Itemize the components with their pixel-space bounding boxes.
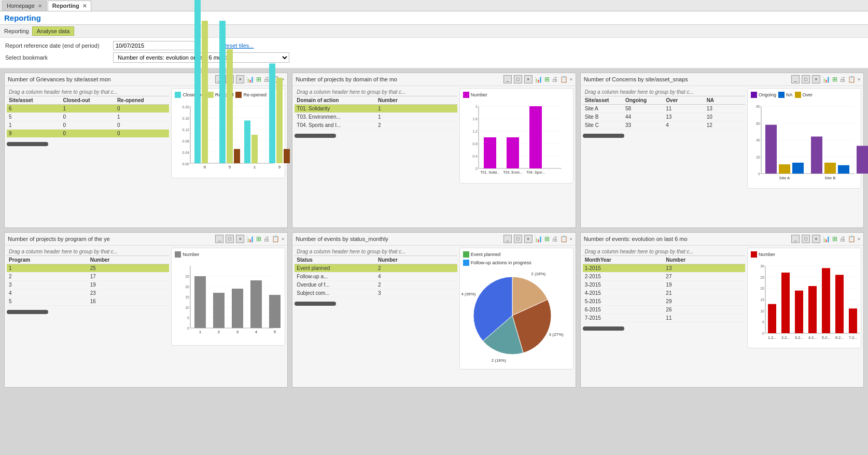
tile-icon-excel[interactable]: ⊞	[544, 235, 550, 243]
tab-homepage[interactable]: Homepage ✕	[2, 1, 47, 11]
tile-icon-chart[interactable]: 📊	[535, 235, 542, 243]
tile-icon-chart[interactable]: 📊	[246, 235, 254, 243]
tile-icon-excel[interactable]: ⊞	[544, 76, 550, 83]
tile-expand-btn[interactable]: »	[282, 236, 284, 241]
tile-icon-print[interactable]: 🖨	[552, 76, 558, 83]
tile-restore-btn[interactable]: □	[226, 235, 234, 243]
svg-text:7-2...: 7-2...	[849, 336, 857, 339]
svg-rect-63	[779, 164, 790, 174]
legend-color-box	[751, 251, 757, 258]
tile-close-btn[interactable]: ×	[236, 75, 244, 83]
svg-text:0: 0	[762, 332, 764, 335]
horizontal-scrollbar-0[interactable]	[7, 142, 48, 146]
tab-homepage-close[interactable]: ✕	[38, 3, 42, 9]
col-hdr: Number	[664, 256, 745, 264]
analyse-data-button[interactable]: Analyse data	[32, 26, 75, 36]
horizontal-scrollbar-3[interactable]	[7, 310, 48, 314]
tile-icon-chart[interactable]: 📊	[246, 76, 254, 83]
tile-icon-copy[interactable]: 📋	[272, 235, 279, 243]
tile-icon-chart[interactable]: 📊	[822, 76, 830, 83]
col-hdr: Number	[376, 96, 457, 104]
tile-icon-print[interactable]: 🖨	[263, 76, 270, 83]
tile-icon-copy[interactable]: 📋	[560, 76, 568, 83]
tile-close-btn[interactable]: ×	[236, 235, 244, 243]
date-filter-input[interactable]	[113, 41, 196, 50]
tile-close-btn[interactable]: ×	[524, 75, 533, 83]
scrollbar-container-4	[295, 297, 457, 310]
svg-text:Site A: Site A	[779, 176, 791, 180]
svg-rect-46	[507, 137, 519, 168]
data-cell: 4	[7, 289, 88, 297]
data-cell: 0	[115, 121, 169, 129]
tile-close-btn[interactable]: ×	[812, 235, 820, 243]
concerns-chart: 020406080Site ASite BSite C	[751, 101, 860, 184]
reset-tiles-link[interactable]: Reset tiles...	[222, 42, 254, 49]
horizontal-scrollbar-2[interactable]	[583, 134, 624, 138]
data-cell: 25	[88, 264, 170, 272]
svg-text:6: 6	[204, 165, 206, 169]
svg-text:0: 0	[187, 326, 189, 330]
tab-reporting-close[interactable]: ✕	[82, 3, 87, 9]
tab-reporting[interactable]: Reporting ✕	[48, 1, 91, 11]
nav-reporting-link[interactable]: Reporting	[4, 28, 29, 34]
tile-restore-btn[interactable]: □	[802, 235, 810, 243]
svg-text:1: 1	[254, 165, 256, 169]
tile-icon-excel[interactable]: ⊞	[832, 76, 837, 83]
tile-restore-btn[interactable]: □	[514, 75, 522, 83]
tile-icon-copy[interactable]: 📋	[848, 235, 856, 243]
horizontal-scrollbar-4[interactable]	[295, 302, 336, 306]
tile-minimize-btn[interactable]: _	[503, 75, 512, 83]
svg-text:Site B: Site B	[824, 176, 835, 180]
tile-restore-btn[interactable]: □	[802, 75, 810, 83]
tile-icon-copy[interactable]: 📋	[560, 235, 568, 243]
tile-icon-print[interactable]: 🖨	[552, 235, 558, 243]
tile-icon-print[interactable]: 🖨	[839, 76, 846, 83]
tile-icon-excel[interactable]: ⊞	[832, 235, 837, 243]
tile-restore-btn[interactable]: □	[514, 235, 522, 243]
tile-icon-chart[interactable]: 📊	[822, 235, 830, 243]
legend-item: Over	[795, 92, 813, 98]
svg-text:0.04: 0.04	[183, 151, 190, 154]
col-headers-0: Site/assetClosed-outRe-opened	[7, 96, 169, 105]
horizontal-scrollbar-1[interactable]	[295, 134, 336, 138]
tile-icon-print[interactable]: 🖨	[263, 235, 270, 243]
tile-expand-btn[interactable]: »	[858, 77, 860, 82]
tile-icon-copy[interactable]: 📋	[848, 76, 856, 83]
chart-legend: Number	[463, 92, 570, 98]
tile-close-btn[interactable]: ×	[812, 75, 820, 83]
svg-text:2 (18%): 2 (18%)	[531, 272, 545, 276]
chart-panel-0: Closed-out Rejected Re-opened 0.200.160.…	[171, 88, 285, 178]
col-hdr: Number	[88, 256, 170, 264]
tile-expand-btn[interactable]: »	[570, 236, 572, 241]
tile-title-0: Number of Grievances by site/asset mon	[8, 76, 111, 82]
tile-icon-print[interactable]: 🖨	[839, 235, 846, 243]
tile-expand-btn[interactable]: »	[570, 77, 572, 82]
svg-rect-92	[232, 289, 243, 328]
tile-minimize-btn[interactable]: _	[791, 75, 800, 83]
svg-text:5: 5	[187, 316, 189, 320]
tile-minimize-btn[interactable]: _	[791, 235, 800, 243]
tile-close-btn[interactable]: ×	[524, 235, 533, 243]
tile-minimize-btn[interactable]: _	[215, 235, 223, 243]
svg-rect-88	[194, 276, 206, 328]
col-hdr: Domain of action	[295, 96, 376, 104]
data-cell: T01. Solidarity	[295, 105, 376, 112]
tile-icon-excel[interactable]: ⊞	[256, 235, 261, 243]
svg-text:0.00: 0.00	[183, 162, 190, 166]
svg-text:60: 60	[756, 122, 760, 125]
horizontal-scrollbar-5[interactable]	[583, 326, 624, 331]
bookmark-filter-select[interactable]: Number of events: evolution on last 6 mo…	[113, 52, 289, 63]
data-cell: Site C	[583, 121, 623, 129]
data-row: T01. Solidarity1	[295, 105, 457, 113]
tile-icon-excel[interactable]: ⊞	[256, 76, 261, 83]
data-row: Overdue of f...2	[295, 281, 457, 289]
tile-minimize-btn[interactable]: _	[503, 235, 512, 243]
data-cell: 3	[376, 289, 457, 297]
tile-expand-btn[interactable]: »	[858, 236, 860, 241]
data-cell: Site B	[583, 113, 623, 121]
tile-icon-chart[interactable]: 📊	[535, 76, 542, 83]
tile-controls-1: _ □ × 📊 ⊞ 🖨 📋 »	[503, 75, 572, 83]
svg-rect-96	[269, 295, 281, 328]
data-cell: 23	[88, 289, 170, 297]
svg-rect-14	[194, 0, 201, 163]
